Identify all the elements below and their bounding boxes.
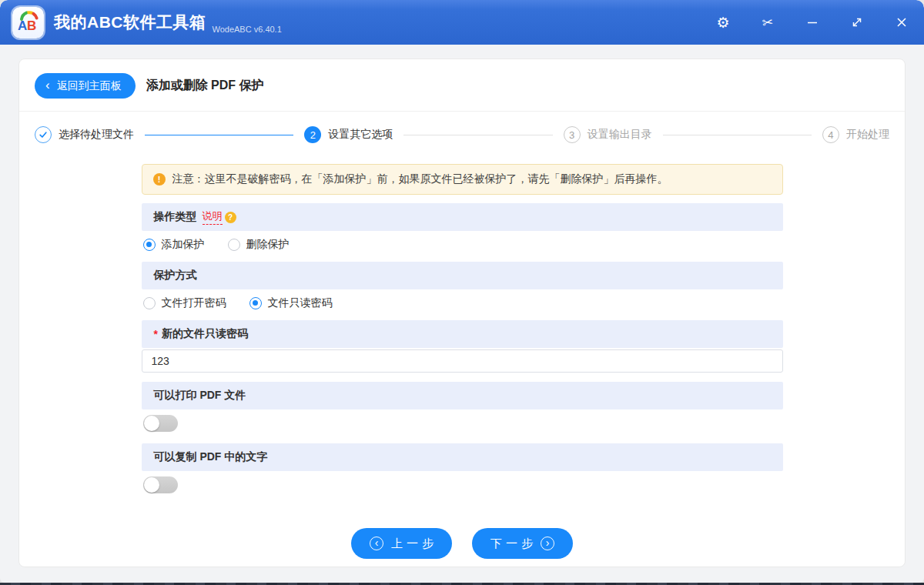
help-link[interactable]: 说明 [203, 209, 223, 225]
back-chevron-icon: ‹ [45, 79, 50, 92]
radio-label: 文件打开密码 [162, 296, 226, 310]
app-version: WodeABC v6.40.1 [213, 25, 282, 34]
wizard-footer: ‹ 上一步 下一步 › [142, 522, 783, 567]
section-header-allow-copy: 可以复制 PDF 中的文字 [142, 443, 783, 471]
back-to-main-button[interactable]: ‹ 返回到主面板 [35, 73, 136, 99]
app-logo: A B [12, 7, 44, 38]
radio-remove-protection[interactable]: 删除保护 [228, 238, 290, 252]
section-header-allow-print: 可以打印 PDF 文件 [142, 382, 783, 410]
radio-unselected-icon [228, 239, 240, 251]
allow-print-toggle[interactable] [143, 415, 178, 432]
step-label: 设置输出目录 [588, 128, 652, 142]
settings-gear-icon[interactable]: ⚙ [715, 14, 732, 31]
app-title: 我的ABC软件工具箱 [54, 12, 206, 33]
page-title: 添加或删除 PDF 保护 [146, 78, 264, 94]
section-title: 保护方式 [154, 269, 197, 282]
main-panel: ‹ 返回到主面板 添加或删除 PDF 保护 选择待处理文件 2 设置其它选项 3… [18, 58, 906, 567]
step-label: 设置其它选项 [328, 128, 393, 142]
section-title: 可以打印 PDF 文件 [154, 389, 246, 403]
step-label: 开始处理 [846, 128, 889, 142]
step-number: 4 [822, 126, 839, 143]
next-arrow-icon: › [541, 537, 554, 550]
svg-text:A: A [18, 18, 27, 33]
step-label: 选择待处理文件 [59, 128, 134, 142]
radio-label: 文件只读密码 [268, 296, 333, 310]
radio-unselected-icon [143, 297, 156, 309]
required-asterisk: * [154, 328, 158, 340]
scissors-icon[interactable]: ✂ [758, 13, 778, 32]
notice-text: 注意：这里不是破解密码，在「添加保护」前，如果原文件已经被保护了，请先「删除保护… [172, 172, 668, 186]
next-step-label: 下一步 [490, 537, 537, 551]
toggle-knob [144, 477, 159, 493]
back-button-label: 返回到主面板 [57, 79, 122, 93]
prev-arrow-icon: ‹ [370, 537, 383, 550]
step-done-check-icon [35, 126, 52, 143]
radio-readonly-password[interactable]: 文件只读密码 [249, 296, 333, 310]
radio-label: 删除保护 [246, 238, 290, 252]
warning-icon: ! [153, 173, 166, 186]
wizard-stepper: 选择待处理文件 2 设置其它选项 3 设置输出目录 4 开始处理 [19, 112, 905, 158]
step-connector [663, 135, 812, 135]
allow-copy-toggle[interactable] [143, 476, 178, 493]
radio-selected-icon [249, 297, 262, 309]
app-logo-icon: A B [15, 9, 42, 35]
titlebar: A B 我的ABC软件工具箱 WodeABC v6.40.1 ⚙ ✂ [0, 0, 924, 45]
svg-text:B: B [27, 18, 36, 33]
help-question-icon[interactable]: ? [225, 212, 236, 223]
notice-banner: ! 注意：这里不是破解密码，在「添加保护」前，如果原文件已经被保护了，请先「删除… [142, 164, 783, 195]
toggle-knob [144, 416, 159, 431]
app-window: A B 我的ABC软件工具箱 WodeABC v6.40.1 ⚙ ✂ [0, 0, 924, 583]
protection-mode-options: 文件打开密码 文件只读密码 [143, 296, 783, 310]
maximize-resize-icon[interactable] [849, 14, 865, 31]
operation-type-options: 添加保护 删除保护 [143, 238, 783, 252]
section-header-protection-mode: 保护方式 [142, 262, 783, 289]
radio-label: 添加保护 [162, 238, 205, 252]
options-form: ! 注意：这里不是破解密码，在「添加保护」前，如果原文件已经被保护了，请先「删除… [142, 164, 783, 567]
section-title: 操作类型 [154, 210, 197, 224]
radio-selected-icon [143, 239, 156, 251]
section-header-readonly-password: * 新的文件只读密码 [142, 320, 783, 348]
section-title: 新的文件只读密码 [162, 327, 248, 341]
step-connector [145, 135, 293, 135]
minimize-icon[interactable] [804, 14, 821, 31]
radio-add-protection[interactable]: 添加保护 [143, 238, 205, 252]
section-title: 可以复制 PDF 中的文字 [154, 450, 268, 464]
page-header: ‹ 返回到主面板 添加或删除 PDF 保护 [19, 59, 905, 112]
step-start-process: 4 开始处理 [822, 126, 889, 143]
step-connector [403, 135, 552, 135]
step-output-dir: 3 设置输出目录 [564, 126, 652, 143]
radio-open-password[interactable]: 文件打开密码 [143, 296, 226, 310]
close-icon[interactable] [893, 14, 910, 31]
next-step-button[interactable]: 下一步 › [472, 528, 573, 559]
previous-step-label: 上一步 [391, 537, 437, 551]
step-set-options: 2 设置其它选项 [304, 126, 393, 143]
step-number: 3 [564, 126, 581, 143]
readonly-password-input[interactable] [142, 349, 783, 373]
section-header-operation-type: 操作类型 说明 ? [142, 203, 783, 231]
step-number: 2 [304, 126, 321, 143]
previous-step-button[interactable]: ‹ 上一步 [351, 528, 452, 559]
step-select-files: 选择待处理文件 [35, 126, 134, 143]
